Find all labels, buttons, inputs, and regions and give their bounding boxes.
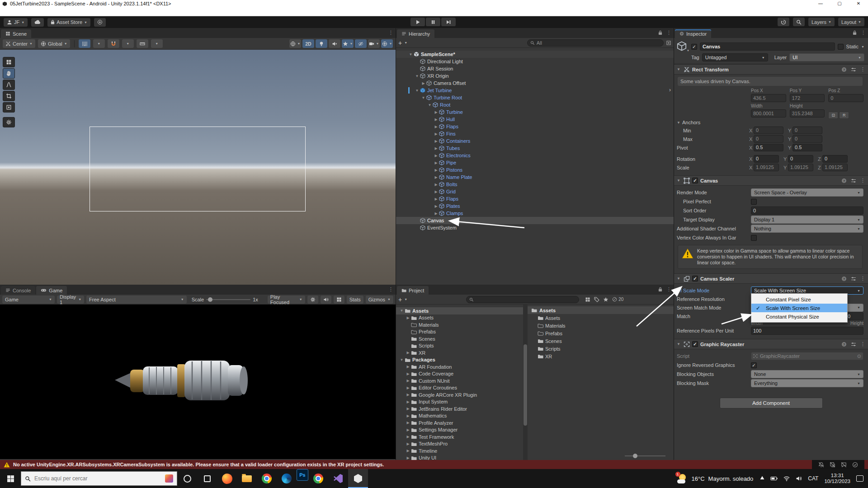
- start-button[interactable]: [0, 469, 21, 488]
- increment-snap-button[interactable]: [137, 39, 148, 48]
- save-search-icon[interactable]: [603, 297, 609, 302]
- blueprint-button[interactable]: ⊡: [828, 112, 838, 119]
- project-tree-item[interactable]: ▶ JetBrains Rider Editor: [396, 405, 523, 413]
- clock[interactable]: 13:31 10/12/2023: [824, 473, 850, 484]
- foldout-arrow[interactable]: ▼: [677, 277, 681, 281]
- project-tree-item[interactable]: ▼ Assets: [396, 307, 523, 314]
- project-tree-item[interactable]: ▶ Code Coverage: [396, 371, 523, 378]
- hierarchy-search-input[interactable]: [537, 40, 660, 46]
- maximize-button[interactable]: ▢: [830, 0, 849, 7]
- undo-history-button[interactable]: [778, 18, 789, 26]
- play-button[interactable]: [410, 18, 425, 26]
- debug-button[interactable]: [307, 296, 318, 304]
- hidden-packages-pill[interactable]: 20: [612, 297, 623, 302]
- scale-slider-knob[interactable]: [208, 297, 212, 302]
- blocking-mask-dropdown[interactable]: Everything▼: [751, 379, 863, 387]
- project-tree-item[interactable]: Materials: [396, 321, 523, 328]
- foldout-arrow[interactable]: ▶: [405, 421, 411, 425]
- help-icon[interactable]: [841, 67, 847, 72]
- search-button[interactable]: [793, 18, 805, 26]
- search-by-label-icon[interactable]: [594, 297, 599, 302]
- hierarchy-item[interactable]: AR Session: [396, 65, 674, 72]
- foldout-arrow[interactable]: ▶: [405, 456, 411, 460]
- scene-view-toggle[interactable]: ▼: [342, 39, 354, 48]
- scene-tool-button[interactable]: [3, 57, 15, 67]
- presets-icon[interactable]: [851, 276, 856, 282]
- open-prefab-arrow[interactable]: ›: [669, 87, 671, 93]
- play-focused-dropdown[interactable]: Play Focused▼: [268, 296, 305, 304]
- progress-ok-icon[interactable]: [852, 462, 858, 468]
- hierarchy-item[interactable]: ▶ Pipe: [396, 159, 674, 166]
- lock-icon[interactable]: [658, 287, 662, 292]
- taskbar-app[interactable]: [237, 469, 257, 488]
- lock-icon[interactable]: [853, 30, 857, 35]
- layers-dropdown[interactable]: Layers▼: [808, 18, 835, 26]
- project-tree-item[interactable]: ▶ Unity UI: [396, 455, 523, 460]
- shader-channels-dropdown[interactable]: Nothing▼: [751, 225, 863, 233]
- foldout-arrow[interactable]: ▶: [405, 351, 411, 355]
- foldout-arrow[interactable]: ▶: [405, 379, 411, 383]
- foldout-arrow[interactable]: ▶: [405, 386, 411, 390]
- taskbar-app[interactable]: [348, 469, 368, 488]
- scale-x-field[interactable]: 1.09125: [754, 164, 779, 171]
- dropdown-option[interactable]: Constant Pixel Size: [751, 295, 847, 304]
- foldout-arrow[interactable]: ▶: [405, 407, 411, 411]
- hierarchy-search[interactable]: [527, 39, 664, 47]
- battery-icon[interactable]: [770, 475, 778, 482]
- icon-size-slider[interactable]: [625, 455, 665, 456]
- help-icon[interactable]: [841, 178, 847, 183]
- pane-folder-item[interactable]: XR: [528, 352, 674, 360]
- foldout-arrow[interactable]: ▶: [433, 175, 439, 179]
- hierarchy-item[interactable]: Canvas: [396, 217, 674, 224]
- scene-view-toggle[interactable]: [316, 39, 327, 48]
- project-tree-item[interactable]: ▶ Assets: [396, 314, 523, 322]
- scene-tool-button[interactable]: [3, 80, 15, 90]
- chat-muted-icon[interactable]: [841, 462, 847, 468]
- pane-folder-item[interactable]: Scenes: [528, 337, 674, 345]
- asset-store-button[interactable]: Asset Store ▼: [47, 18, 90, 27]
- hierarchy-item[interactable]: ▶ Electronics: [396, 152, 674, 159]
- foldout-arrow[interactable]: ▶: [433, 125, 439, 129]
- project-tree-item[interactable]: ▶ Timeline: [396, 447, 523, 455]
- presets-icon[interactable]: [851, 342, 856, 347]
- project-tree-item[interactable]: ▶ Google ARCore XR Plugin: [396, 391, 523, 399]
- foldout-arrow[interactable]: ▼: [408, 52, 414, 56]
- scrollbar-thumb[interactable]: [524, 344, 527, 426]
- create-button[interactable]: +: [398, 39, 402, 47]
- reference-ppu-field[interactable]: 100: [751, 327, 863, 335]
- scaler-enabled-checkbox[interactable]: ✓: [692, 276, 698, 282]
- gameobject-name-field[interactable]: Canvas: [700, 42, 835, 51]
- foldout-arrow[interactable]: ▶: [405, 365, 411, 369]
- static-checkbox[interactable]: [838, 44, 844, 50]
- foldout-arrow[interactable]: ▶: [433, 197, 439, 201]
- foldout-arrow[interactable]: ▼: [677, 121, 680, 125]
- help-icon[interactable]: [841, 342, 847, 347]
- presets-icon[interactable]: [851, 67, 856, 72]
- presets-icon[interactable]: [851, 178, 856, 183]
- height-field[interactable]: 315.2348: [790, 109, 825, 117]
- project-tree-item[interactable]: ▶ Editor Coroutines: [396, 385, 523, 392]
- foldout-arrow[interactable]: ▼: [414, 74, 420, 78]
- pos-z-field[interactable]: 0: [828, 94, 863, 102]
- project-search-input[interactable]: [476, 297, 576, 302]
- gameobject-cube-icon[interactable]: ▼: [677, 41, 689, 52]
- vsync-button[interactable]: [334, 296, 344, 304]
- hierarchy-item[interactable]: ▼ XR Origin: [396, 72, 674, 80]
- scene-viewport[interactable]: [0, 50, 396, 285]
- project-tree-item[interactable]: Prefabs: [396, 328, 523, 336]
- project-tree-item[interactable]: ▶ Mathematics: [396, 413, 523, 420]
- foldout-arrow[interactable]: ▶: [405, 435, 411, 439]
- project-tree-item[interactable]: Scenes: [396, 335, 523, 343]
- target-display-dropdown[interactable]: Display 1▼: [751, 216, 863, 224]
- render-mode-dropdown[interactable]: Screen Space - Overlay▼: [751, 188, 863, 197]
- match-field[interactable]: 0: [845, 312, 863, 320]
- project-tree-item[interactable]: ▶ Input System: [396, 399, 523, 406]
- width-field[interactable]: 800.0001: [751, 109, 786, 117]
- layer-dropdown[interactable]: UI▼: [789, 53, 864, 61]
- pause-button[interactable]: [426, 18, 440, 26]
- picker-icon[interactable]: [666, 40, 671, 46]
- rotation-z-field[interactable]: 0: [822, 155, 848, 163]
- kebab-menu-icon[interactable]: ⋮: [860, 178, 865, 183]
- taskbar-app[interactable]: [177, 469, 197, 488]
- unity-status-bar[interactable]: No active UnityEngine.XR.ARSubsystems.XR…: [0, 460, 868, 469]
